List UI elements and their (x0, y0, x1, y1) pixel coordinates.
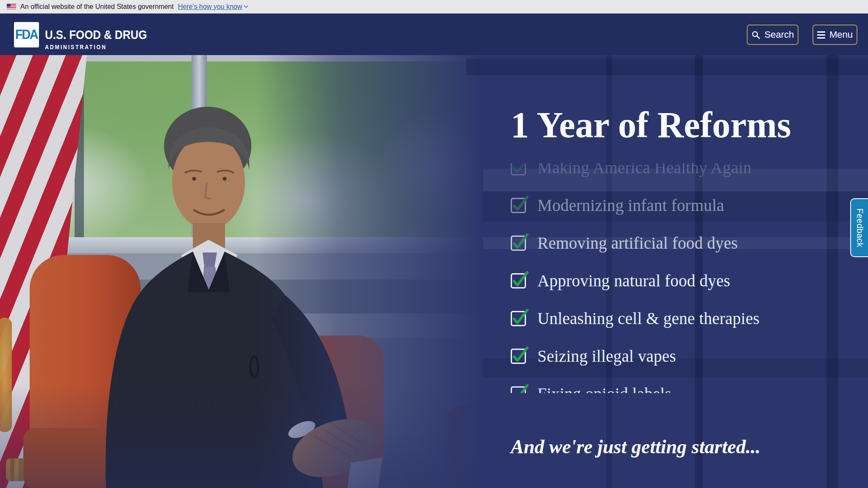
hero-section: 1 Year of Reforms Making America Healthy… (0, 55, 868, 488)
reforms-list: Making America Healthy Again Modernizing… (511, 163, 854, 393)
checkbox-checked-icon (511, 386, 526, 394)
site-header: FDA U.S. FOOD & DRUG ADMINISTRATION Sear… (0, 14, 868, 55)
hero-tagline: And we're just getting started... (511, 435, 760, 458)
menu-icon (817, 31, 825, 39)
reform-item: Removing artificial food dyes (511, 224, 854, 262)
reform-item-label: Seizing illegal vapes (537, 347, 676, 366)
feedback-button[interactable]: Feedback (850, 198, 868, 257)
agency-title-line1: U.S. FOOD & DRUG (45, 28, 147, 42)
agency-title: U.S. FOOD & DRUG ADMINISTRATION (45, 28, 164, 50)
reform-item-label: Making America Healthy Again (537, 163, 751, 177)
us-flag-icon (7, 4, 16, 9)
checkbox-checked-icon (511, 198, 526, 213)
reform-item-label: Removing artificial food dyes (537, 233, 738, 252)
checkbox-checked-icon (511, 236, 526, 251)
checkbox-checked-icon (511, 349, 526, 364)
how-you-know-link[interactable]: Here's how you know (178, 3, 249, 11)
fda-logo[interactable]: FDA (14, 22, 39, 47)
checkbox-checked-icon (511, 311, 526, 326)
reform-item: Approving natural food dyes (511, 262, 854, 299)
search-button[interactable]: Search (747, 25, 798, 45)
how-you-know-label: Here's how you know (178, 3, 242, 11)
reform-item-label: Fixing opioid labels (537, 384, 671, 393)
reform-item-label: Unleashing cell & gene therapies (537, 309, 760, 328)
reform-item: Unleashing cell & gene therapies (511, 299, 854, 337)
checkbox-checked-icon (511, 273, 526, 288)
reform-item-label: Modernizing infant formula (537, 196, 724, 215)
search-icon (751, 30, 760, 39)
menu-button-label: Menu (829, 29, 853, 40)
checkbox-checked-icon (511, 163, 526, 175)
reform-item: Modernizing infant formula (511, 186, 854, 224)
fda-logo-text: FDA (15, 27, 38, 42)
gov-banner: An official website of the United States… (0, 0, 868, 14)
reform-item: Fixing opioid labels (511, 375, 854, 393)
agency-title-line2: ADMINISTRATION (45, 44, 147, 50)
bg-band (466, 58, 868, 75)
search-button-label: Search (765, 29, 794, 40)
chevron-down-icon (244, 5, 248, 8)
hero-heading: 1 Year of Reforms (511, 107, 791, 143)
gov-banner-text: An official website of the United States… (20, 3, 174, 11)
photo-fade-overlay (0, 55, 513, 488)
menu-button[interactable]: Menu (812, 25, 857, 45)
reform-item-label: Approving natural food dyes (537, 271, 730, 290)
reform-item: Making America Healthy Again (511, 163, 854, 186)
hero-photo (0, 55, 513, 488)
reform-item: Seizing illegal vapes (511, 337, 854, 375)
reforms-carousel: Making America Healthy Again Modernizing… (511, 163, 854, 393)
feedback-label: Feedback (855, 208, 865, 247)
